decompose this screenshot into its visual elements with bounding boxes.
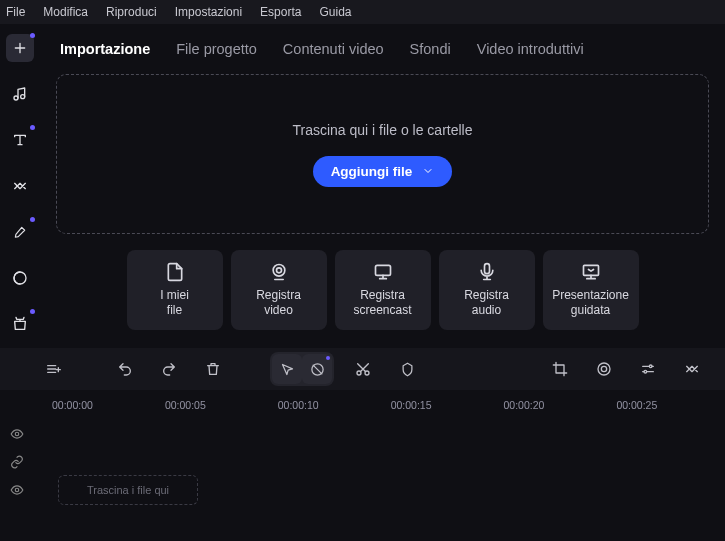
svg-point-18 — [644, 370, 647, 373]
toolbar-redo[interactable] — [154, 354, 184, 384]
notification-dot — [326, 356, 330, 360]
sidebar-audio[interactable] — [6, 80, 34, 108]
toolbar-adjust[interactable] — [633, 354, 663, 384]
menu-play[interactable]: Riproduci — [106, 5, 157, 19]
card-record-video[interactable]: Registravideo — [231, 250, 327, 330]
card-label: Registra — [256, 288, 301, 302]
toolbar-sync[interactable] — [677, 354, 707, 384]
svg-point-0 — [14, 96, 18, 100]
card-label: screencast — [353, 303, 411, 317]
timeline-toolbar — [0, 348, 725, 390]
file-dropzone[interactable]: Trascina qui i file o le cartelle Aggiun… — [56, 74, 709, 234]
svg-point-7 — [273, 265, 285, 277]
ruler-tick: 00:00:15 — [391, 399, 432, 411]
tab-backgrounds[interactable]: Sfondi — [410, 41, 451, 57]
toolbar-delete[interactable] — [198, 354, 228, 384]
menu-file[interactable]: File — [6, 5, 25, 19]
sidebar-export[interactable] — [6, 310, 34, 338]
sidebar-stickers[interactable] — [6, 264, 34, 292]
tab-import[interactable]: Importazione — [60, 41, 150, 57]
track-link-icon[interactable] — [6, 455, 28, 469]
file-icon — [165, 262, 185, 282]
svg-point-19 — [15, 432, 19, 436]
svg-point-20 — [15, 488, 19, 492]
card-label: I miei — [160, 288, 189, 302]
card-label: audio — [472, 303, 501, 317]
card-record-screen[interactable]: Registrascreencast — [335, 250, 431, 330]
card-label: Presentazione — [552, 288, 629, 302]
content-area: Importazione File progetto Contenuti vid… — [40, 24, 725, 504]
timeline-ruler[interactable]: 00:00:00 00:00:05 00:00:10 00:00:15 00:0… — [0, 390, 725, 420]
notification-dot — [30, 309, 35, 314]
track-visibility-icon[interactable] — [6, 483, 28, 497]
toolbar-disable[interactable] — [302, 354, 332, 384]
menu-settings[interactable]: Impostazioni — [175, 5, 242, 19]
tab-project-files[interactable]: File progetto — [176, 41, 257, 57]
svg-rect-9 — [375, 265, 390, 275]
svg-rect-10 — [484, 264, 489, 274]
svg-point-16 — [601, 366, 606, 371]
menubar: File Modifica Riproduci Impostazioni Esp… — [0, 0, 725, 24]
microphone-icon — [477, 262, 497, 282]
menu-edit[interactable]: Modifica — [43, 5, 88, 19]
ruler-tick: 00:00:25 — [616, 399, 657, 411]
import-tabs: Importazione File progetto Contenuti vid… — [40, 24, 725, 74]
track-row[interactable]: Trascina i file qui — [6, 476, 725, 504]
webcam-icon — [269, 262, 289, 282]
notification-dot — [30, 33, 35, 38]
sidebar-add[interactable] — [6, 34, 34, 62]
svg-point-8 — [276, 268, 281, 273]
add-file-button[interactable]: Aggiungi file — [313, 156, 453, 187]
notification-dot — [30, 217, 35, 222]
ruler-tick: 00:00:00 — [52, 399, 93, 411]
tab-video-content[interactable]: Contenuti video — [283, 41, 384, 57]
dropzone-text: Trascina qui i file o le cartelle — [292, 122, 472, 138]
toolbar-crop[interactable] — [545, 354, 575, 384]
track-row[interactable] — [6, 448, 725, 476]
track-visibility-icon[interactable] — [6, 427, 28, 441]
menu-export[interactable]: Esporta — [260, 5, 301, 19]
timeline-dropzone[interactable]: Trascina i file qui — [58, 475, 198, 505]
sidebar-effects[interactable] — [6, 218, 34, 246]
monitor-icon — [373, 262, 393, 282]
presentation-icon — [581, 262, 601, 282]
card-record-audio[interactable]: Registraaudio — [439, 250, 535, 330]
svg-point-17 — [649, 365, 652, 368]
card-label: guidata — [571, 303, 610, 317]
chevron-down-icon — [422, 165, 434, 177]
timeline-tracks: Trascina i file qui — [0, 420, 725, 504]
toolbar-marker[interactable] — [392, 354, 422, 384]
card-label: Registra — [360, 288, 405, 302]
notification-dot — [30, 125, 35, 130]
card-label: Registra — [464, 288, 509, 302]
toolbar-add-track[interactable] — [38, 354, 68, 384]
toolbar-pointer[interactable] — [272, 354, 302, 384]
add-file-label: Aggiungi file — [331, 164, 413, 179]
card-slideshow[interactable]: Presentazioneguidata — [543, 250, 639, 330]
sidebar-transitions[interactable] — [6, 172, 34, 200]
ruler-tick: 00:00:05 — [165, 399, 206, 411]
toolbar-color[interactable] — [589, 354, 619, 384]
quick-actions: I mieifile Registravideo Registrascreenc… — [40, 234, 725, 348]
card-label: video — [264, 303, 293, 317]
toolbar-cursor-group — [270, 352, 334, 386]
menu-help[interactable]: Guida — [319, 5, 351, 19]
tab-intros[interactable]: Video introduttivi — [477, 41, 584, 57]
track-row[interactable] — [6, 420, 725, 448]
svg-point-15 — [598, 363, 610, 375]
card-label: file — [167, 303, 182, 317]
sidebar-text[interactable] — [6, 126, 34, 154]
toolbar-cut[interactable] — [348, 354, 378, 384]
card-my-files[interactable]: I mieifile — [127, 250, 223, 330]
toolbar-undo[interactable] — [110, 354, 140, 384]
ruler-tick: 00:00:20 — [504, 399, 545, 411]
ruler-tick: 00:00:10 — [278, 399, 319, 411]
svg-point-1 — [21, 95, 25, 99]
